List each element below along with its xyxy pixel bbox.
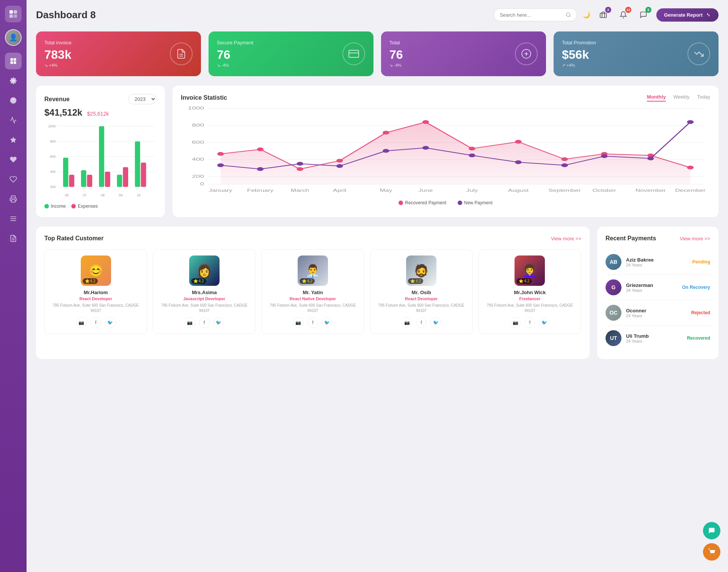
svg-point-77 <box>687 166 693 169</box>
svg-point-85 <box>515 160 521 164</box>
payment-avatar: OC <box>606 305 621 321</box>
sidebar-item-favorites[interactable] <box>5 132 22 148</box>
stat-card-value: $56k <box>562 48 596 62</box>
customer-role: Javascript Developer <box>157 296 251 301</box>
stat-card-icon <box>342 42 365 65</box>
customer-address: 795 Folsom Ave, Suite 600 San Francisco,… <box>265 303 360 313</box>
support-fab[interactable] <box>703 522 720 539</box>
sidebar-item-reports[interactable] <box>5 230 22 247</box>
svg-rect-4 <box>11 58 13 61</box>
svg-point-82 <box>383 149 389 153</box>
avatar[interactable]: 👤 <box>5 29 22 46</box>
sidebar-item-settings[interactable] <box>5 72 22 89</box>
rating-badge: ⭐ 4.2 <box>83 278 98 284</box>
bell-button[interactable]: 12 <box>616 8 631 22</box>
expenses-legend: Expenses <box>71 204 98 209</box>
customer-address: 795 Folsom Ave, Suite 600 San Francisco,… <box>483 303 577 313</box>
customer-socials: 📷 f 🐦 <box>157 317 251 328</box>
svg-text:August: August <box>508 188 529 193</box>
svg-point-66 <box>217 152 224 156</box>
stat-card-label: Total <box>389 40 403 45</box>
sidebar-item-heart2[interactable] <box>5 171 22 188</box>
recent-payments-view-more[interactable]: View more >> <box>680 236 710 241</box>
generate-report-button[interactable]: Generate Report <box>656 8 719 22</box>
svg-text:400: 400 <box>192 157 204 161</box>
svg-rect-41 <box>87 175 92 187</box>
svg-text:September: September <box>548 188 581 193</box>
customer-photo: 👩 ⭐ 4.2 <box>189 255 220 286</box>
new-payment-legend: New Payment <box>458 200 493 205</box>
customer-photo: 🧔 ⭐ 4.2 <box>406 255 436 286</box>
main-content: Dashboard 8 🌙 2 12 5 Generate Report <box>27 0 728 572</box>
sidebar-item-heart1[interactable] <box>5 151 22 168</box>
instagram-icon[interactable]: 📷 <box>402 317 412 328</box>
svg-text:October: October <box>593 188 616 193</box>
tab-weekly[interactable]: Weekly <box>673 94 689 102</box>
svg-text:February: February <box>247 188 274 193</box>
search-input[interactable] <box>500 12 563 18</box>
svg-text:June: June <box>419 188 433 193</box>
search-box[interactable] <box>494 8 577 21</box>
twitter-icon[interactable]: 🐦 <box>105 317 116 328</box>
twitter-icon[interactable]: 🐦 <box>213 317 224 328</box>
svg-rect-43 <box>105 172 110 187</box>
wallet-button[interactable]: 2 <box>596 8 610 22</box>
income-legend: Income <box>44 204 66 209</box>
invoice-line-chart: 1000 800 600 400 200 0 <box>181 105 710 196</box>
payment-avatar: G <box>606 279 621 295</box>
instagram-icon[interactable]: 📷 <box>293 317 304 328</box>
instagram-icon[interactable]: 📷 <box>185 317 195 328</box>
wallet-badge: 2 <box>605 7 611 13</box>
sidebar-item-print[interactable] <box>5 191 22 207</box>
facebook-icon[interactable]: f <box>199 317 210 328</box>
cart-fab[interactable] <box>703 543 720 561</box>
customer-role: Freelancer <box>483 296 577 301</box>
customer-card: 👩‍🦱 ⭐ 4.2 Mr.John Wick Freelancer 795 Fo… <box>479 249 581 334</box>
invoice-chart-card: Invoice Statistic Monthly Weekly Today <box>173 86 719 217</box>
customer-socials: 📷 f 🐦 <box>483 317 577 328</box>
svg-point-69 <box>336 159 343 163</box>
sidebar-item-menu[interactable] <box>5 210 22 227</box>
twitter-icon[interactable]: 🐦 <box>430 317 441 328</box>
year-selector[interactable]: 2023 2022 2021 <box>128 94 157 104</box>
svg-text:November: November <box>635 188 666 193</box>
svg-rect-12 <box>11 200 15 202</box>
tab-monthly[interactable]: Monthly <box>647 94 666 102</box>
customer-photo: 👨‍💼 ⭐ 4.2 <box>298 255 328 286</box>
svg-point-18 <box>566 13 570 16</box>
sidebar: 👤 <box>0 0 27 572</box>
payment-avatar: UT <box>606 330 621 346</box>
facebook-icon[interactable]: f <box>416 317 427 328</box>
svg-line-19 <box>570 16 571 17</box>
customer-address: 795 Folsom Ave, Suite 600 San Francisco,… <box>157 303 251 313</box>
sidebar-item-analytics[interactable] <box>5 112 22 129</box>
dark-mode-toggle[interactable]: 🌙 <box>583 11 590 19</box>
sidebar-item-info[interactable] <box>5 92 22 109</box>
sidebar-logo[interactable] <box>5 6 22 22</box>
top-customers-view-more[interactable]: View more >> <box>551 236 581 241</box>
customers-grid: 😊 ⭐ 4.2 Mr.Hariom React Developer 795 Fo… <box>44 249 581 334</box>
facebook-icon[interactable]: f <box>524 317 535 328</box>
payment-item: G Griezerman 24 Years On Recovery <box>606 275 710 300</box>
svg-point-103 <box>714 555 715 555</box>
invoice-chart-title: Invoice Statistic <box>181 94 227 101</box>
payment-status: Pending <box>692 259 710 265</box>
charts-row: Revenue 2023 2022 2021 $41,512k $25,612k <box>36 86 719 217</box>
customer-photo: 😊 ⭐ 4.2 <box>81 255 111 286</box>
customer-name: Mrs.Asima <box>157 290 251 295</box>
twitter-icon[interactable]: 🐦 <box>539 317 549 328</box>
instagram-icon[interactable]: 📷 <box>76 317 87 328</box>
sidebar-item-dashboard[interactable] <box>5 53 22 69</box>
instagram-icon[interactable]: 📷 <box>510 317 521 328</box>
tab-today[interactable]: Today <box>697 94 710 102</box>
rating-badge: ⭐ 4.2 <box>516 278 532 284</box>
chat-button[interactable]: 5 <box>636 8 651 22</box>
stat-card-icon <box>687 42 710 65</box>
facebook-icon[interactable]: f <box>91 317 101 328</box>
twitter-icon[interactable]: 🐦 <box>322 317 333 328</box>
svg-rect-6 <box>11 61 13 64</box>
svg-point-71 <box>422 120 429 124</box>
svg-point-79 <box>257 167 264 171</box>
customer-name: Mr. Osib <box>374 290 469 295</box>
facebook-icon[interactable]: f <box>308 317 318 328</box>
